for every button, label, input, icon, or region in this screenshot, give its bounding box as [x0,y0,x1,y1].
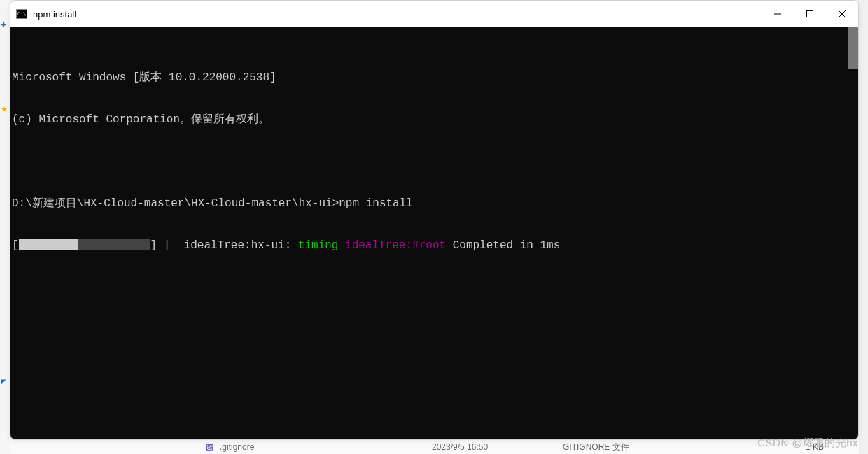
completed-label: Completed in 1ms [446,239,560,252]
left-dock-strip: ✚ ★ ◤ [0,0,10,454]
file-date: 2023/9/5 16:50 [432,442,488,452]
progress-text: ] | idealTree:hx-ui: [150,239,298,252]
terminal-progress-line: [] | idealTree:hx-ui: timing idealTree:#… [10,239,858,253]
cmd-icon: C:\ [16,9,27,19]
app-icon: ◤ [1,378,6,385]
watermark: CSDN @耀眼的光hx [757,437,858,450]
minimize-button[interactable] [762,1,794,27]
terminal-line [10,155,858,169]
plus-icon: ✚ [1,21,6,29]
close-button[interactable] [826,1,858,27]
window-controls [762,1,858,27]
terminal-window: C:\ npm install Microsoft Windows [版本 10… [10,0,859,440]
progress-bar [19,239,150,250]
window-title: npm install [33,9,76,20]
explorer-row-behind: ▧ .gitignore 2023/9/5 16:50 GITIGNORE 文件… [10,440,859,454]
svg-rect-1 [807,11,813,17]
ideal-tree-label: idealTree:#root [338,239,446,252]
terminal-prompt-line: D:\新建项目\HX-Cloud-master\HX-Cloud-master\… [10,197,858,211]
maximize-button[interactable] [794,1,826,27]
timing-label: timing [298,239,339,252]
prompt-command: npm install [339,197,413,210]
terminal-line: (c) Microsoft Corporation。保留所有权利。 [10,113,858,127]
star-icon: ★ [1,105,8,114]
scrollbar-thumb[interactable] [848,27,858,69]
terminal-body[interactable]: Microsoft Windows [版本 10.0.22000.2538] (… [10,27,858,439]
file-type: GITIGNORE 文件 [563,441,629,453]
titlebar[interactable]: C:\ npm install [10,1,858,27]
prompt-path: D:\新建项目\HX-Cloud-master\HX-Cloud-master\… [12,197,339,210]
terminal-line: Microsoft Windows [版本 10.0.22000.2538] [10,71,858,85]
file-icon: ▧ [206,442,214,452]
progress-fill [19,239,78,250]
bracket-open: [ [12,239,19,252]
file-name: .gitignore [220,442,254,452]
